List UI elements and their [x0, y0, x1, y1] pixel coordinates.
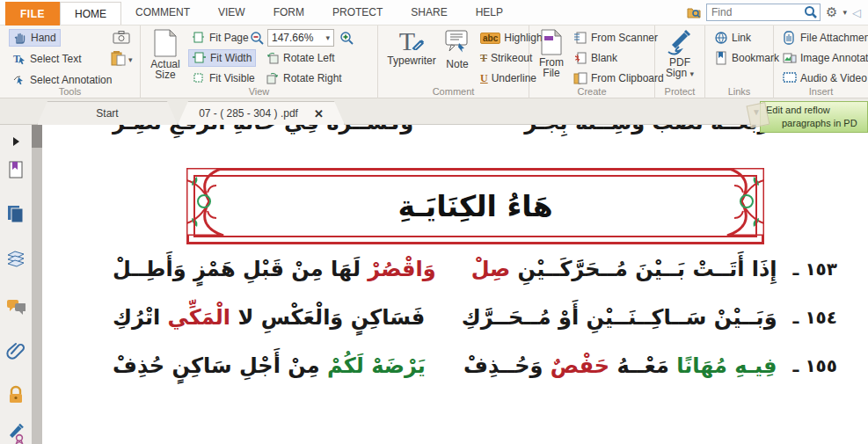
tab-home[interactable]: HOME: [60, 2, 121, 25]
comments-panel-icon[interactable]: [6, 297, 26, 317]
audio-video-button[interactable]: Audio & Video: [779, 69, 868, 87]
bookmarks-panel-icon[interactable]: [6, 160, 26, 179]
gear-icon[interactable]: ⚙: [826, 4, 837, 20]
attachments-panel-icon[interactable]: [6, 341, 26, 360]
ribbon-section-create: From File From Scanner Blank From Clipbo…: [529, 25, 655, 98]
rotate-right-icon: [266, 71, 280, 85]
hemistich-first: فِيـهِ مُهَانًا مَعْــهُ حَفْصٌ وَحُــذِ…: [463, 353, 777, 378]
typewriter-button[interactable]: T Typewriter: [385, 29, 438, 66]
collapse-ribbon-icon[interactable]: ◁: [852, 6, 861, 19]
hemistich-second: وَكَسْــرَهُ فِي حَالَةِ الرَّفْعِ تَصِـ…: [113, 125, 413, 135]
fit-visible-button[interactable]: Fit Visible: [188, 69, 259, 87]
gear-dropdown-arrow[interactable]: ▾: [842, 8, 847, 17]
tab-comment[interactable]: COMMENT: [121, 0, 204, 25]
expand-panel-icon[interactable]: [6, 132, 26, 151]
from-scanner-label: From Scanner: [591, 32, 658, 44]
tab-view[interactable]: VIEW: [204, 0, 259, 25]
rotate-left-button[interactable]: Rotate Left: [262, 49, 339, 67]
verse-segment: مِنْ أَجْلِ سَاكِنٍ حُذِفْ: [113, 353, 327, 378]
fit-width-button[interactable]: Fit Width: [188, 49, 256, 67]
note-label: Note: [446, 59, 468, 69]
note-icon: [444, 29, 470, 57]
ribbon: Hand T Select Text Select Annotation ▾ T…: [0, 25, 868, 98]
from-file-button[interactable]: From File: [535, 29, 568, 78]
verse-segment: حَفْصٌ: [551, 353, 609, 378]
find-search-icon[interactable]: [804, 5, 818, 22]
file-attachment-label: File Attachment: [800, 32, 868, 44]
search-folder-icon[interactable]: [687, 5, 701, 19]
close-tab-icon[interactable]: ✕: [314, 107, 324, 120]
navigation-sidebar: [0, 125, 32, 444]
hemistich-second: يَرْضَهْ لَكُمْ مِنْ أَجْلِ سَاكِنٍ حُذِ…: [113, 353, 426, 378]
from-scanner-icon: [573, 31, 587, 45]
hemistich-second: فَسَاكِنٍ وَالْعَكْسِ لا الْمَكِّي اتْرُ…: [113, 305, 425, 330]
tab-pdf-document[interactable]: 07 - ( 285 - 304 ) .pdf ✕: [178, 101, 345, 125]
signature-panel-icon[interactable]: [6, 424, 26, 443]
fit-page-button[interactable]: Fit Page: [188, 29, 252, 47]
image-annotation-button[interactable]: Image Annotat: [779, 49, 868, 67]
select-annotation-icon: [12, 73, 26, 87]
from-scanner-button[interactable]: From Scanner: [570, 29, 661, 47]
tab-form[interactable]: FORM: [259, 0, 318, 25]
zoom-dropdown-arrow: ▾: [325, 33, 330, 42]
verse-number: ١٥٥ ـ: [793, 355, 837, 376]
tab-protect[interactable]: PROTECT: [318, 0, 397, 25]
note-button[interactable]: Note: [441, 29, 473, 69]
hemistich-first: وَبَــيْنْ سَــاكِــنَــيْنِ أَوْ مُــحَ…: [462, 305, 777, 330]
file-attachment-icon: [783, 31, 797, 45]
hemistich-first: إِذَا أَتَــتْ بَــيْنَ مُــحَرَّكَــيْن…: [471, 257, 777, 281]
image-annotation-icon: [783, 51, 797, 65]
pdf-tab-label: 07 - ( 285 - 304 ) .pdf: [199, 107, 298, 120]
snapshot-camera-icon[interactable]: [113, 30, 130, 47]
select-text-icon: T: [12, 52, 26, 66]
ribbon-section-protect: PDF Sign ▾ Protect: [655, 25, 705, 98]
blank-button[interactable]: Blank: [570, 49, 621, 67]
strikeout-button[interactable]: T Strikeout: [477, 49, 536, 67]
verse-segment: فَسَاكِنٍ وَالْعَكْسِ لا: [230, 305, 425, 330]
hand-tool-button[interactable]: Hand: [9, 29, 61, 47]
layers-panel-icon[interactable]: [6, 250, 26, 269]
verse-segment: الْمَكِّي: [168, 305, 231, 330]
select-text-button[interactable]: T Select Text: [9, 50, 84, 68]
verse-segment: وَبَــيْنْ سَــاكِــنَــيْنِ أَوْ مُــحَ…: [462, 305, 777, 330]
tab-share[interactable]: SHARE: [397, 0, 461, 25]
verse-segment: يَرْضَهْ لَكُمْ: [327, 353, 426, 378]
bookmark-button[interactable]: Bookmark: [711, 49, 783, 67]
actual-size-button[interactable]: Actual Size: [146, 29, 185, 80]
rotate-left-icon: [266, 51, 280, 65]
rotate-right-button[interactable]: Rotate Right: [262, 69, 346, 87]
link-button[interactable]: Link: [711, 29, 755, 47]
strikeout-label: Strikeout: [491, 52, 532, 64]
from-file-label: From File: [535, 57, 568, 78]
panel-scrollbar[interactable]: [32, 125, 42, 444]
verse-segment: إِذَا أَتَــتْ بَــيْنَ مُــحَرَّكَــيْن…: [510, 257, 777, 281]
zoom-out-icon[interactable]: [250, 31, 265, 48]
typewriter-label: Typewriter: [387, 55, 435, 66]
link-icon: [714, 31, 728, 45]
file-menu-button[interactable]: FILE: [5, 2, 60, 25]
zoom-level-combobox[interactable]: 147.66% ▾: [267, 29, 334, 47]
audio-video-label: Audio & Video: [800, 72, 867, 84]
zoom-in-icon[interactable]: [339, 31, 354, 48]
from-clipboard-button[interactable]: From Clipboard: [570, 69, 667, 87]
security-panel-icon[interactable]: [6, 385, 26, 404]
pdf-sign-button[interactable]: PDF Sign ▾: [662, 29, 697, 79]
tab-help[interactable]: HELP: [462, 0, 517, 25]
image-annotation-label: Image Annotat: [800, 52, 868, 64]
link-label: Link: [732, 32, 751, 44]
menu-bar: FILE HOME COMMENT VIEW FORM PROTECT SHAR…: [0, 0, 868, 25]
protect-section-label: Protect: [655, 86, 704, 97]
ribbon-section-comment: T Typewriter Note abc Highlight T Strike…: [378, 25, 529, 98]
file-attachment-button[interactable]: File Attachment: [779, 29, 868, 47]
tab-start[interactable]: Start: [37, 101, 178, 125]
clipboard-icon[interactable]: ▾: [111, 50, 134, 69]
zoom-level-value: 147.66%: [272, 32, 313, 44]
pdf-page[interactable]: ١٥٢ ـأَرْبَعَــةٌ نَصْبٌ وَسِــتَّةٌ بِج…: [42, 125, 868, 444]
comment-section-label: Comment: [378, 86, 529, 97]
pages-panel-icon[interactable]: [6, 204, 26, 223]
svg-text:T: T: [13, 53, 20, 65]
document-tab-bar: Start 07 - ( 285 - 304 ) .pdf ✕ ▼: [0, 98, 868, 125]
ribbon-section-links: Link Bookmark Links: [705, 25, 774, 98]
panel-scrollbar-thumb[interactable]: [32, 125, 42, 148]
verse-segment: وَكَسْــرَهُ فِي حَالَةِ الرَّفْعِ تَصِـ…: [113, 125, 413, 135]
